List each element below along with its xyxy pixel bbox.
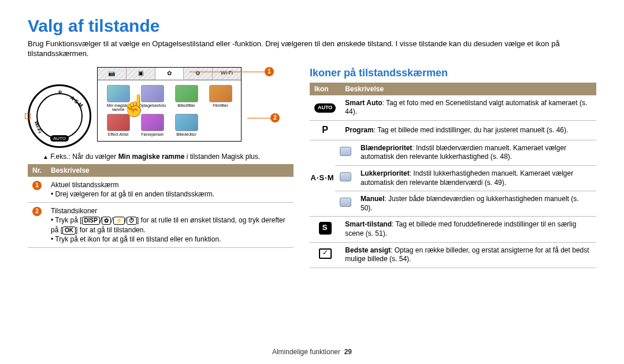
mode-screen-illustration: 📷 ▣ ✿ ⚙ Wi-Fi Min magiske ramme Optagels… [97, 67, 242, 142]
icon-table: Ikon Beskrivelse AUTO Smart Auto: Tag et… [310, 83, 596, 268]
app-caption: Effect Artist [102, 132, 134, 136]
disp-button-label: DISP [82, 217, 100, 225]
table-row: 1 Aktuel tilstandsskærm • Drej vælgeren … [28, 177, 294, 203]
tab-2: ▣ [127, 68, 155, 80]
dial-label-auto: AUTO [50, 135, 69, 142]
right-column: Ikoner på tilstandsskærmen Ikon Beskrive… [310, 67, 596, 268]
table-row: AUTO Smart Auto: Tag et foto med en Scen… [310, 95, 596, 121]
app-caption: Farvepensel [136, 132, 168, 136]
shutter-priority-icon [340, 172, 351, 181]
row2-bullet2: Tryk på et ikon for at gå til en tilstan… [55, 235, 221, 243]
mode-dial-illustration: P A·S·M Wi-Fi AUTO [28, 84, 91, 148]
callout-1: 1 [265, 67, 274, 76]
row2-heading: Tilstandsikoner [51, 207, 97, 215]
asm-icon: A·S·M [310, 140, 335, 217]
page-title: Valg af tilstande [28, 16, 596, 36]
col-header-ikon: Ikon [310, 83, 340, 95]
example-line: ▲ F.eks.: Når du vælger Min magiske ramm… [51, 153, 294, 161]
dial-label-p: P [58, 90, 62, 95]
tab-5: Wi-Fi [213, 68, 241, 80]
row-number-2: 2 [32, 207, 42, 216]
dial-selection-marker [25, 113, 31, 119]
timer-button-label: ⏱ [127, 217, 137, 225]
col-header-beskrivelse2: Beskrivelse [340, 83, 596, 95]
row1-bullet: Drej vælgeren for at gå til en anden til… [55, 190, 214, 198]
callout-2: 2 [270, 113, 280, 122]
table-row: Smart-tilstand: Tag et billede med forud… [310, 217, 596, 242]
smart-mode-icon [319, 222, 332, 235]
app-caption: Optagelsesfoto [136, 103, 168, 107]
callout-line-2 [247, 118, 270, 118]
table-row: P Program: Tag et billede med indstillin… [310, 120, 596, 140]
row1-heading: Aktuel tilstandsskærm [51, 181, 118, 189]
flash-button-label: ⚡ [113, 217, 125, 225]
best-face-icon [319, 248, 332, 259]
page-footer: Almindelige funktioner 29 [0, 348, 624, 356]
app-caption: Billedfilter [170, 103, 202, 107]
p-icon: P [322, 125, 328, 135]
screen-tabs: 📷 ▣ ✿ ⚙ Wi-Fi [98, 68, 241, 80]
tab-1: 📷 [98, 68, 127, 80]
macro-button-label: ✿ [102, 217, 111, 225]
app-caption: Filmfilter [205, 103, 236, 107]
aperture-priority-icon [340, 147, 351, 156]
app-caption: Min magiske ramme [102, 103, 134, 112]
tab-4: ⚙ [184, 68, 213, 80]
table-row: 2 Tilstandsikoner • Tryk på [DISP/✿/⚡/⏱]… [28, 203, 294, 248]
app-caption: Billededitor [170, 132, 202, 136]
triangle-icon: ▲ [43, 154, 49, 160]
table-row-asm: A·S·M Blændeprioritet: Indstil blædervær… [310, 140, 596, 217]
col-header-nr: Nr. [28, 164, 46, 177]
right-heading: Ikoner på tilstandsskærmen [310, 67, 596, 79]
ok-button-label: OK [62, 226, 76, 235]
auto-icon: AUTO [314, 103, 336, 113]
manual-icon [340, 198, 351, 207]
callout-line-1 [190, 72, 265, 72]
col-header-beskrivelse: Beskrivelse [46, 164, 294, 177]
intro-text: Brug Funktionsvælger til at vælge en Opt… [28, 39, 596, 59]
table-row: Bedste ansigt: Optag en række billeder, … [310, 242, 596, 268]
left-description-table: Nr. Beskrivelse 1 Aktuel tilstandsskærm … [28, 164, 294, 248]
left-column: P A·S·M Wi-Fi AUTO 1 2 📷 ▣ ✿ ⚙ [28, 67, 294, 268]
figure-row: P A·S·M Wi-Fi AUTO 1 2 📷 ▣ ✿ ⚙ [28, 67, 294, 148]
row-number-1: 1 [32, 181, 42, 190]
tab-3: ✿ [155, 68, 184, 80]
